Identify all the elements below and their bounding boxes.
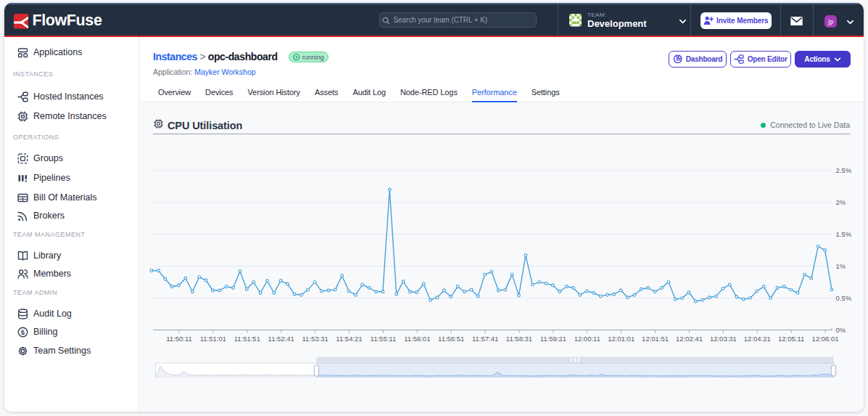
svg-text:12:00:11: 12:00:11 <box>574 335 600 343</box>
svg-text:11:56:01: 11:56:01 <box>404 335 430 343</box>
svg-text:11:58:31: 11:58:31 <box>506 335 532 343</box>
svg-text:12:05:11: 12:05:11 <box>778 335 804 343</box>
svg-text:11:51:01: 11:51:01 <box>200 335 226 343</box>
svg-text:1%: 1% <box>836 262 846 270</box>
svg-text:0.5%: 0.5% <box>836 294 852 302</box>
svg-text:11:56:51: 11:56:51 <box>438 335 464 343</box>
svg-text:1.5%: 1.5% <box>836 230 852 238</box>
svg-text:0%: 0% <box>836 326 846 334</box>
svg-text:11:53:31: 11:53:31 <box>302 335 328 343</box>
svg-text:11:59:21: 11:59:21 <box>540 335 566 343</box>
svg-text:12:03:31: 12:03:31 <box>710 335 737 343</box>
svg-text:12:04:21: 12:04:21 <box>744 335 771 343</box>
svg-text:11:55:11: 11:55:11 <box>371 335 397 343</box>
svg-text:2.5%: 2.5% <box>836 166 852 174</box>
svg-text:12:06:01: 12:06:01 <box>812 335 839 343</box>
svg-text:12:02:41: 12:02:41 <box>676 335 703 343</box>
svg-text:2%: 2% <box>836 198 846 206</box>
svg-text:12:01:51: 12:01:51 <box>642 335 669 343</box>
svg-text:12:01:01: 12:01:01 <box>608 335 635 343</box>
svg-text:11:50:11: 11:50:11 <box>166 335 192 343</box>
svg-text:11:57:41: 11:57:41 <box>472 335 498 343</box>
svg-text:11:52:41: 11:52:41 <box>268 335 294 343</box>
svg-text:11:51:51: 11:51:51 <box>234 335 260 343</box>
svg-text:11:54:21: 11:54:21 <box>336 335 362 343</box>
